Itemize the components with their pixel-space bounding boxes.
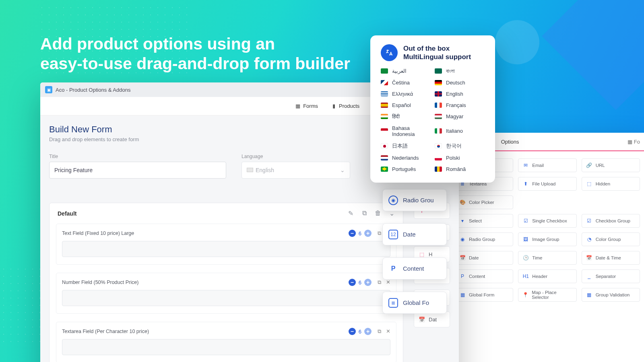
option-url[interactable]: 🔗 URL	[582, 158, 640, 172]
lang-item[interactable]: Polski	[435, 155, 485, 161]
nav-products[interactable]: ▮Products	[331, 103, 359, 109]
lang-item[interactable]: العربية	[381, 68, 431, 74]
decrement-icon[interactable]: −	[349, 279, 356, 286]
lang-item[interactable]: Deutsch	[435, 80, 485, 86]
lang-item[interactable]: Nederlands	[381, 155, 431, 161]
float-stack: ◉ Radio Grou 12 Date P Content ≣ Global …	[382, 189, 447, 314]
lang-name: Deutsch	[446, 80, 465, 86]
field-card[interactable]: Number Field (50% Product Price) − 6 + ⧉…	[56, 273, 396, 314]
lang-name: বাংলা	[446, 68, 455, 74]
option-label: Global Form	[469, 292, 494, 297]
option-email[interactable]: ✉ Email	[518, 158, 576, 172]
option-date-time[interactable]: 📅 Date & Time	[582, 251, 640, 265]
option-checkbox-group[interactable]: ☑ Checkbox Group	[582, 214, 640, 228]
lang-item[interactable]: Bahasa Indonesia	[381, 125, 431, 137]
option-icon: ◉	[459, 237, 466, 242]
increment-icon[interactable]: +	[364, 328, 372, 335]
field-card[interactable]: Textarea Field (Per Character 10 price) …	[56, 322, 396, 362]
lang-name: 한국어	[446, 142, 462, 150]
option-icon: 🎨	[459, 200, 466, 205]
option-global-form[interactable]: ▦ Global Form	[455, 288, 513, 302]
copy-icon[interactable]: ⧉	[378, 230, 381, 237]
increment-icon[interactable]: +	[364, 279, 372, 286]
palette-item[interactable]: 📅 Dat	[414, 311, 450, 327]
field-input-preview	[62, 339, 390, 355]
option-label: Color Picker	[469, 200, 494, 205]
lang-item[interactable]: Čeština	[381, 80, 431, 86]
lang-item[interactable]: हिंदी	[381, 113, 431, 120]
option-label: Time	[532, 255, 542, 260]
flag-icon	[381, 128, 388, 134]
palette-icon: 📅	[418, 317, 425, 323]
lang-item[interactable]: বাংলা	[435, 68, 485, 74]
nav-forms[interactable]: ▦Forms	[295, 103, 318, 109]
option-separator[interactable]: ⎯ Separator	[582, 269, 640, 283]
lang-item[interactable]: Italiano	[435, 125, 485, 137]
float-global-form[interactable]: ≣ Global Fo	[382, 292, 447, 314]
copy-icon[interactable]: ⧉	[378, 279, 381, 286]
option-label: Hidden	[596, 181, 610, 186]
float-radio-group[interactable]: ◉ Radio Grou	[382, 189, 447, 211]
option-color-group[interactable]: ◔ Color Group	[582, 232, 640, 246]
flag-icon	[435, 143, 442, 148]
lang-name: Español	[392, 102, 411, 108]
option-content[interactable]: P Content	[455, 269, 513, 283]
copy-icon[interactable]: ⧉	[378, 328, 381, 335]
option-icon: ⬚	[586, 181, 592, 187]
lang-item[interactable]: Español	[381, 102, 431, 108]
lang-item[interactable]: Română	[435, 166, 485, 172]
field-count: 6	[358, 329, 362, 335]
option-color-picker[interactable]: 🎨 Color Picker	[455, 195, 513, 209]
lang-name: Čeština	[392, 80, 410, 86]
option-radio-group[interactable]: ◉ Radio Group	[455, 232, 513, 246]
edit-icon[interactable]: ✎	[347, 210, 354, 217]
lang-item[interactable]: English	[435, 91, 485, 97]
decrement-icon[interactable]: −	[349, 230, 356, 237]
option-label: Content	[469, 274, 485, 279]
option-icon: 📅	[459, 255, 466, 261]
flag-icon	[435, 91, 442, 97]
flag-icon	[381, 114, 388, 119]
language-select[interactable]: English ⌄	[242, 162, 350, 179]
lang-item[interactable]: Magyar	[435, 113, 485, 120]
palette-label: Dat	[429, 317, 437, 323]
calendar-icon: 12	[388, 230, 398, 239]
float-date[interactable]: 12 Date	[382, 223, 447, 245]
lang-name: Nederlands	[392, 155, 419, 161]
close-icon[interactable]: ✕	[386, 328, 390, 335]
options-tab-label[interactable]: Options	[501, 139, 519, 145]
lang-name: English	[446, 91, 463, 97]
option-time[interactable]: 🕒 Time	[518, 251, 576, 265]
flag-icon	[381, 155, 388, 160]
option-image-group[interactable]: 🖼 Image Group	[518, 232, 576, 246]
float-content[interactable]: P Content	[382, 257, 447, 280]
option-icon: 📍	[522, 292, 528, 298]
lang-item[interactable]: Português	[381, 166, 431, 172]
option-single-checkbox[interactable]: ☑ Single Checkbox	[518, 214, 576, 228]
increment-icon[interactable]: +	[364, 230, 372, 237]
option-file-upload[interactable]: ⬆ File Upload	[518, 177, 576, 191]
lang-item[interactable]: Français	[435, 102, 485, 108]
option-select[interactable]: ▾ Select	[455, 214, 513, 228]
option-group-validation[interactable]: ▦ Group Validation	[582, 288, 640, 302]
option-date[interactable]: 📅 Date	[455, 251, 513, 265]
decrement-icon[interactable]: −	[349, 328, 356, 335]
lang-item[interactable]: 한국어	[435, 142, 485, 150]
copy-icon[interactable]: ⧉	[361, 210, 367, 217]
flag-icon	[435, 80, 442, 85]
option-icon: ⬆	[522, 181, 529, 187]
option-header[interactable]: H1 Header	[518, 269, 576, 283]
option-map-place-selector[interactable]: 📍 Map - Place Selector	[518, 288, 576, 302]
option-hidden[interactable]: ⬚ Hidden	[582, 177, 640, 191]
lang-item[interactable]: 日本語	[381, 142, 431, 150]
option-label: File Upload	[532, 181, 555, 186]
field-card[interactable]: Text Field (Fixed 10 price) Large − 6 + …	[56, 224, 396, 265]
trash-icon[interactable]: 🗑	[375, 210, 381, 217]
form-title-input[interactable]	[49, 162, 226, 179]
flag-icon	[435, 114, 442, 119]
flag-icon	[435, 128, 442, 134]
lang-name: Ελληνικά	[392, 91, 413, 97]
page-title: Build New Form	[49, 124, 139, 135]
lang-item[interactable]: Ελληνικά	[381, 91, 431, 97]
flag-icon	[435, 103, 442, 108]
